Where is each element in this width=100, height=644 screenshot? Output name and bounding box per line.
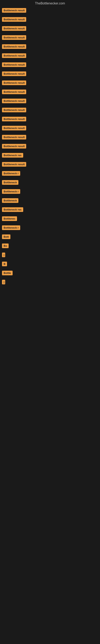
bottleneck-badge-28[interactable]: |	[2, 252, 5, 257]
bottleneck-badge-21[interactable]: Bottleneck r	[2, 189, 20, 194]
bottleneck-item-25[interactable]: Bottleneck r	[0, 226, 100, 231]
bottleneck-badge-17[interactable]: Bottleneck res	[2, 153, 23, 158]
bottleneck-item-30[interactable]: Bottle	[0, 271, 100, 276]
bottleneck-item-8[interactable]: Bottleneck result	[0, 72, 100, 77]
bottleneck-badge-2[interactable]: Bottleneck result	[2, 17, 26, 22]
bottleneck-badge-27[interactable]: Bo	[2, 244, 9, 248]
bottleneck-item-10[interactable]: Bottleneck result	[0, 90, 100, 95]
bottleneck-badge-15[interactable]: Bottleneck result	[2, 135, 26, 140]
bottleneck-badge-1[interactable]: Bottleneck result	[2, 8, 26, 13]
bottleneck-badge-23[interactable]: Bottleneck res	[2, 207, 23, 212]
bottleneck-item-23[interactable]: Bottleneck res	[0, 207, 100, 213]
bottleneck-badge-10[interactable]: Bottleneck result	[2, 90, 26, 94]
bottleneck-item-11[interactable]: Bottleneck result	[0, 98, 100, 104]
bottleneck-item-18[interactable]: Bottleneck result	[0, 162, 100, 168]
bottleneck-badge-13[interactable]: Bottleneck result	[2, 117, 26, 121]
bottleneck-item-2[interactable]: Bottleneck result	[0, 17, 100, 22]
bottleneck-list: Bottleneck resultBottleneck resultBottle…	[0, 6, 100, 291]
bottleneck-item-13[interactable]: Bottleneck result	[0, 117, 100, 122]
bottleneck-badge-8[interactable]: Bottleneck result	[2, 72, 26, 76]
bottleneck-badge-6[interactable]: Bottleneck result	[2, 53, 26, 58]
bottleneck-badge-4[interactable]: Bottleneck result	[2, 35, 26, 40]
bottleneck-badge-5[interactable]: Bottleneck result	[2, 44, 26, 49]
bottleneck-item-4[interactable]: Bottleneck result	[0, 35, 100, 41]
bottleneck-item-5[interactable]: Bottleneck result	[0, 44, 100, 50]
bottleneck-item-16[interactable]: Bottleneck result	[0, 144, 100, 149]
bottleneck-badge-20[interactable]: Bottleneck	[2, 180, 18, 185]
site-title: TheBottlenecker.com	[0, 0, 100, 6]
bottleneck-badge-31[interactable]: |	[2, 280, 5, 284]
bottleneck-item-22[interactable]: Bottleneck	[0, 198, 100, 204]
bottleneck-badge-26[interactable]: Bott	[2, 234, 10, 239]
bottleneck-badge-22[interactable]: Bottleneck	[2, 198, 18, 203]
bottleneck-badge-19[interactable]: Bottleneck r	[2, 171, 20, 176]
bottleneck-item-15[interactable]: Bottleneck result	[0, 135, 100, 140]
bottleneck-badge-7[interactable]: Bottleneck result	[2, 62, 26, 67]
bottleneck-item-21[interactable]: Bottleneck r	[0, 189, 100, 194]
bottleneck-item-14[interactable]: Bottleneck result	[0, 126, 100, 131]
bottom-spacer	[0, 291, 100, 412]
bottleneck-item-29[interactable]: B	[0, 262, 100, 267]
bottleneck-item-24[interactable]: Bottlenec	[0, 216, 100, 222]
bottleneck-item-20[interactable]: Bottleneck	[0, 180, 100, 186]
bottleneck-item-27[interactable]: Bo	[0, 244, 100, 249]
bottleneck-item-17[interactable]: Bottleneck res	[0, 153, 100, 158]
bottleneck-badge-25[interactable]: Bottleneck r	[2, 226, 20, 230]
bottleneck-badge-24[interactable]: Bottlenec	[2, 216, 17, 221]
bottleneck-badge-14[interactable]: Bottleneck result	[2, 126, 26, 130]
bottleneck-badge-29[interactable]: B	[2, 262, 7, 266]
bottleneck-badge-3[interactable]: Bottleneck result	[2, 26, 26, 31]
bottleneck-item-3[interactable]: Bottleneck result	[0, 26, 100, 32]
bottleneck-item-28[interactable]: |	[0, 252, 100, 258]
bottleneck-item-31[interactable]: |	[0, 280, 100, 285]
bottleneck-badge-30[interactable]: Bottle	[2, 271, 13, 275]
bottleneck-item-7[interactable]: Bottleneck result	[0, 62, 100, 68]
bottleneck-item-12[interactable]: Bottleneck result	[0, 108, 100, 113]
bottleneck-badge-16[interactable]: Bottleneck result	[2, 144, 26, 148]
bottleneck-item-9[interactable]: Bottleneck result	[0, 80, 100, 86]
bottleneck-badge-11[interactable]: Bottleneck result	[2, 98, 26, 103]
bottleneck-badge-9[interactable]: Bottleneck result	[2, 80, 26, 85]
bottleneck-badge-18[interactable]: Bottleneck result	[2, 162, 26, 167]
bottleneck-item-1[interactable]: Bottleneck result	[0, 8, 100, 14]
bottleneck-item-26[interactable]: Bott	[0, 234, 100, 240]
bottleneck-item-6[interactable]: Bottleneck result	[0, 53, 100, 59]
bottleneck-badge-12[interactable]: Bottleneck result	[2, 108, 26, 112]
bottleneck-item-19[interactable]: Bottleneck r	[0, 171, 100, 176]
